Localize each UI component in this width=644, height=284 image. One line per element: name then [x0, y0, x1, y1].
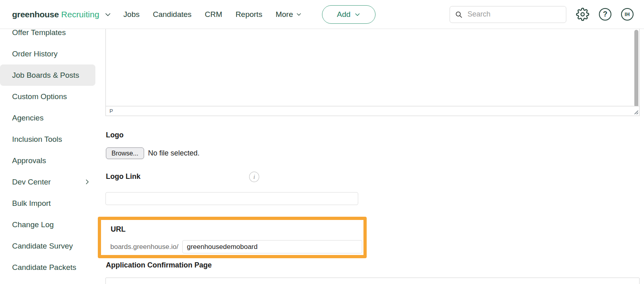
main-content: P Logo Browse... No file selected. Logo …	[105, 0, 640, 284]
chevron-down-icon	[354, 11, 361, 18]
settings-gear-icon[interactable]	[576, 8, 589, 21]
sidebar-item-dev-center-label: Dev Center	[12, 178, 51, 187]
logo-link-input[interactable]	[105, 192, 358, 205]
url-highlight-box: URL boards.greenhouse.io/	[98, 217, 367, 258]
confirmation-page-editor[interactable]	[105, 278, 640, 284]
logo-file-row: Browse... No file selected.	[106, 147, 200, 159]
page: greenhouse Recruiting Jobs Candidates CR…	[0, 0, 644, 284]
search-box[interactable]	[450, 6, 566, 23]
resize-handle-icon[interactable]	[633, 109, 638, 114]
greenhouse-logo[interactable]: greenhouse Recruiting	[12, 10, 111, 19]
sidebar-item-change-log[interactable]: Change Log	[0, 214, 95, 235]
sidebar-item-candidate-packets[interactable]: Candidate Packets	[0, 257, 95, 278]
url-prefix-text: boards.greenhouse.io/	[110, 243, 178, 251]
chevron-down-icon	[296, 11, 302, 17]
nav-item-candidates[interactable]: Candidates	[153, 10, 192, 19]
nav-item-more[interactable]: More	[276, 10, 302, 19]
logo-label: Logo	[106, 131, 124, 139]
board-url-input[interactable]	[182, 240, 362, 253]
logo-brand-text: greenhouse	[12, 10, 59, 19]
editor-scrollbar-thumb[interactable]	[634, 30, 638, 107]
navbar-right: ? IH	[450, 6, 644, 23]
info-icon[interactable]: i	[249, 172, 259, 182]
url-label: URL	[111, 225, 126, 234]
sidebar-item-approvals[interactable]: Approvals	[0, 150, 95, 171]
sidebar-item-dev-center[interactable]: Dev Center	[0, 171, 95, 193]
add-button[interactable]: Add	[322, 5, 376, 24]
nav-item-crm[interactable]: CRM	[205, 10, 222, 19]
primary-nav: Jobs Candidates CRM Reports More	[124, 10, 302, 19]
nav-item-reports[interactable]: Reports	[235, 10, 262, 19]
url-row: boards.greenhouse.io/	[110, 240, 362, 253]
search-icon	[455, 10, 462, 19]
add-button-label: Add	[337, 10, 351, 19]
chevron-right-icon	[84, 178, 91, 185]
settings-sidebar: Offer Templates Order History Job Boards…	[0, 22, 95, 278]
editor-status-bar: P	[106, 106, 639, 116]
nav-item-jobs[interactable]: Jobs	[124, 10, 140, 19]
nav-item-more-label: More	[276, 10, 293, 19]
avatar-initials: IH	[625, 12, 630, 17]
sidebar-item-custom-options[interactable]: Custom Options	[0, 86, 95, 107]
logo-product-text: Recruiting	[61, 10, 99, 19]
sidebar-item-candidate-survey[interactable]: Candidate Survey	[0, 235, 95, 257]
sidebar-item-order-history[interactable]: Order History	[0, 43, 95, 64]
search-input[interactable]	[467, 10, 561, 19]
sidebar-item-agencies[interactable]: Agencies	[0, 107, 95, 129]
sidebar-item-inclusion-tools[interactable]: Inclusion Tools	[0, 129, 95, 150]
logo-link-label: Logo Link	[106, 172, 140, 181]
sidebar-item-bulk-import[interactable]: Bulk Import	[0, 193, 95, 214]
chevron-down-icon	[104, 11, 111, 18]
sidebar-item-job-boards-posts[interactable]: Job Boards & Posts	[0, 64, 95, 86]
user-avatar[interactable]: IH	[621, 8, 634, 21]
help-icon[interactable]: ?	[599, 8, 611, 21]
top-navbar: greenhouse Recruiting Jobs Candidates CR…	[0, 0, 644, 29]
file-status-text: No file selected.	[148, 149, 200, 158]
editor-element-path: P	[109, 108, 113, 114]
browse-button[interactable]: Browse...	[106, 147, 144, 159]
application-confirmation-label: Application Confirmation Page	[106, 261, 212, 269]
